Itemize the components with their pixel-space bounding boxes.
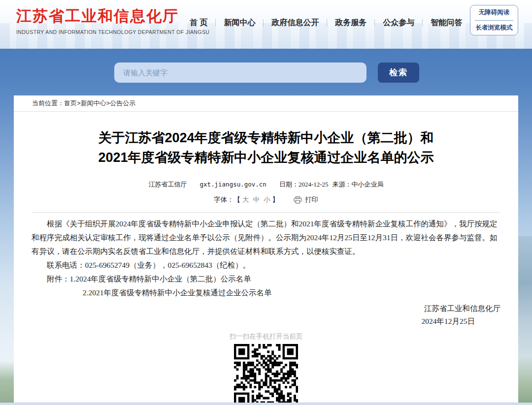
attachment-link-2[interactable]: 2.2021年度省级专精特新中小企业复核通过企业公示名单 <box>83 288 272 297</box>
font-bracket-close: 】 <box>272 195 279 204</box>
title-body-divider <box>32 212 500 213</box>
article-meta: 江苏省工信厅 gxt.jiangsu.gov.cn 日期： 2024-12-25… <box>32 180 500 189</box>
nav-separator <box>215 19 216 27</box>
font-size-large-button[interactable]: 大 <box>242 195 249 204</box>
attachments-label: 附件： <box>47 275 70 283</box>
nav-separator <box>263 19 264 27</box>
nav-item-public-participation[interactable]: 公众参与 <box>383 18 414 28</box>
article-toolbar: 字体： 【 大 中 小 】 打印 <box>32 195 500 204</box>
article-body: 根据《关于组织开展2024年度省级专精特新中小企业申报认定（第二批）和2021年… <box>32 217 500 300</box>
print-label: 打印 <box>305 195 318 204</box>
body-paragraph-main: 根据《关于组织开展2024年度省级专精特新中小企业申报认定（第二批）和2021年… <box>32 217 500 258</box>
site-title: 江苏省工业和信息化厅 <box>16 6 209 27</box>
elder-mode-link[interactable]: 长者浏览模式 <box>470 21 518 35</box>
accessibility-box: 无障碍阅读 长者浏览模式 <box>470 5 518 35</box>
meta-source-label: 来源： <box>332 180 352 189</box>
qr-code <box>234 344 298 405</box>
page-title: 关于江苏省2024年度省级专精特新中小企业（第二批）和 2021年度省级专精特新… <box>32 128 500 167</box>
meta-site-url: gxt.jiangsu.gov.cn <box>200 181 266 188</box>
qr-caption: 扫一扫在手机打开当前页 <box>32 332 500 341</box>
content-panel: 当前位置： 首页>新闻中心>公告公示 关于江苏省2024年度省级专精特新中小企业… <box>14 95 518 405</box>
signature-date: 2024年12月25日 <box>32 315 500 328</box>
breadcrumb-label: 当前位置： <box>32 99 64 108</box>
qr-section: 扫一扫在手机打开当前页 <box>32 332 500 405</box>
breadcrumb: 当前位置： 首页>新闻中心>公告公示 <box>14 95 518 112</box>
printer-icon <box>294 196 302 204</box>
search-input[interactable] <box>114 62 366 83</box>
print-button[interactable]: 打印 <box>294 195 318 204</box>
breadcrumb-path[interactable]: 首页>新闻中心>公告公示 <box>64 99 135 108</box>
nav-separator <box>422 19 423 27</box>
font-size-label: 字体： <box>214 195 234 204</box>
main-nav: 首 页 新闻中心 政府信息公开 政务服务 公众参与 智能问答 <box>190 18 462 28</box>
signature-org: 江苏省工业和信息化厅 <box>32 302 500 315</box>
font-size-small-button[interactable]: 小 <box>264 195 270 204</box>
attachment-link-1[interactable]: 1.2024年度省级专精特新中小企业（第二批）公示名单 <box>70 275 251 283</box>
attachments-line2: 2.2021年度省级专精特新中小企业复核通过企业公示名单 <box>32 286 500 300</box>
nav-item-news-center[interactable]: 新闻中心 <box>224 18 255 28</box>
body-paragraph-contact: 联系电话：025-69652749（业务），025-69652843（纪检）。 <box>32 258 500 272</box>
page-title-line2: 2021年度省级专精特新中小企业复核通过企业名单的公示 <box>32 148 500 167</box>
nav-item-gov-info[interactable]: 政府信息公开 <box>271 18 319 28</box>
page-title-line1: 关于江苏省2024年度省级专精特新中小企业（第二批）和 <box>32 128 500 148</box>
font-size-medium-button[interactable]: 中 <box>253 195 260 204</box>
site-subtitle-en: INDUSTRY AND INFORMATION TECHNOLOGY DEPA… <box>16 29 209 35</box>
attachments-line1: 附件：1.2024年度省级专精特新中小企业（第二批）公示名单 <box>32 272 500 286</box>
site-logo[interactable]: 江苏省工业和信息化厅 INDUSTRY AND INFORMATION TECH… <box>16 6 209 35</box>
site-header: 江苏省工业和信息化厅 INDUSTRY AND INFORMATION TECH… <box>0 0 532 49</box>
nav-item-smart-qa[interactable]: 智能问答 <box>431 18 462 28</box>
nav-item-home[interactable]: 首 页 <box>190 18 207 28</box>
search-button[interactable]: 检索 <box>378 62 419 83</box>
barrier-free-reading-link[interactable]: 无障碍阅读 <box>470 5 518 20</box>
article-signature: 江苏省工业和信息化厅 2024年12月25日 <box>32 302 500 328</box>
nav-item-gov-services[interactable]: 政务服务 <box>335 18 366 28</box>
font-bracket-open: 【 <box>234 195 241 204</box>
meta-source-value: 中小企业局 <box>352 180 384 189</box>
meta-date-label: 日期： <box>279 180 299 189</box>
nav-separator <box>374 19 375 27</box>
nav-separator <box>327 19 327 27</box>
footer-strip <box>0 403 532 405</box>
background-scenery-right <box>518 236 532 403</box>
meta-department: 江苏省工信厅 <box>148 180 187 189</box>
meta-date-value: 2024-12-25 <box>299 181 329 188</box>
background-scenery-trees <box>0 361 14 403</box>
notice-article: 关于江苏省2024年度省级专精特新中小企业（第二批）和 2021年度省级专精特新… <box>14 128 518 405</box>
